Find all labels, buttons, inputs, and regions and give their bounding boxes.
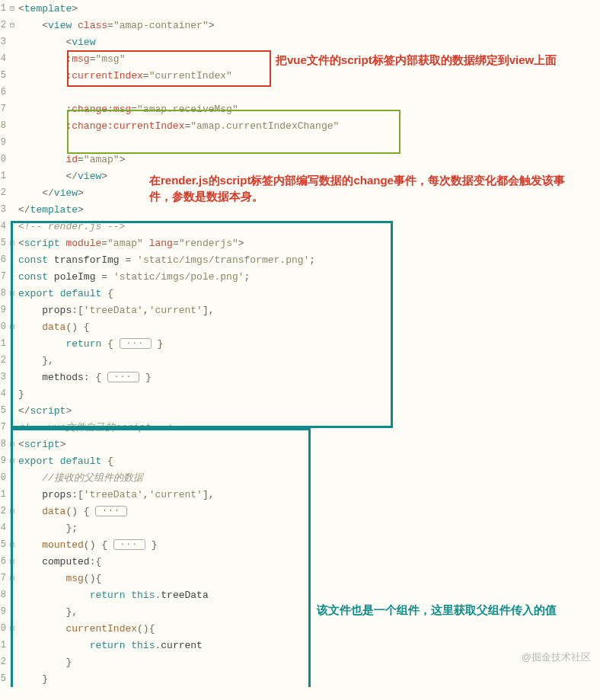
line-number: 8 <box>0 439 8 449</box>
code-content: :change:currentIndex="amap.currentIndexC… <box>17 120 339 132</box>
code-content: <script module="amap" lang="renderjs"> <box>17 238 244 249</box>
fold-icon[interactable]: ⊟ <box>8 439 17 449</box>
code-content: msg(){ <box>17 573 101 584</box>
line-number: 0 <box>0 321 8 332</box>
code-content: } <box>17 673 48 685</box>
line-number: 7 <box>0 422 8 433</box>
code-content: <view class="amap-container"> <box>17 20 215 31</box>
code-line: 0⊟ currentIndex(){ <box>0 620 600 637</box>
line-number: 2 <box>0 506 8 516</box>
fold-icon[interactable]: ⊟ <box>8 507 17 516</box>
code-content: <!-- vue文件自己的script --> <box>17 420 174 434</box>
code-content: const transforImg = 'static/imgs/transfo… <box>17 254 315 266</box>
line-number: 9 <box>0 137 8 148</box>
code-line: 5⊟ mounted() { ··· } <box>0 536 600 553</box>
fold-icon[interactable]: ⊟ <box>8 456 17 465</box>
code-content: data() { ··· <box>17 506 127 517</box>
code-content: :currentIndex="currentIndex" <box>17 70 232 82</box>
line-number: 5 <box>0 70 8 81</box>
code-line: 6⊟ computed:{ <box>0 553 600 570</box>
code-content: :change:msg="amap.receiveMsg" <box>17 104 238 115</box>
line-number: 3 <box>0 372 8 382</box>
code-content: //接收的父组件的数据 <box>17 471 143 484</box>
code-content: export default { <box>17 455 113 467</box>
code-line: 4<!-- render.js --> <box>0 218 600 235</box>
code-editor: 1⊟<template>2⊟ <view class="amap-contain… <box>0 0 600 687</box>
code-line: 5⊟<script module="amap" lang="renderjs"> <box>0 235 600 251</box>
line-number: 5 <box>0 405 8 416</box>
code-content: }; <box>17 523 78 534</box>
line-number: 6 <box>0 87 8 97</box>
line-number: 4 <box>0 388 8 399</box>
code-line: 3</template> <box>0 201 600 218</box>
code-content: export default { <box>17 288 113 299</box>
code-line: 7<!-- vue文件自己的script --> <box>0 419 600 436</box>
code-line: 2⊟ <view class="amap-container"> <box>0 17 600 34</box>
line-number: 2 <box>0 355 8 366</box>
code-content: <view <box>17 37 95 48</box>
code-content: props:['treeData','current'], <box>17 489 215 500</box>
code-line: 2 } <box>0 654 600 670</box>
line-number: 9 <box>0 305 8 315</box>
code-content: id="amap"> <box>17 154 125 165</box>
line-number: 5 <box>0 238 8 248</box>
line-number: 7 <box>0 271 8 282</box>
line-number: 1 <box>0 338 8 349</box>
code-content: <template> <box>17 3 78 14</box>
fold-icon[interactable]: ⊟ <box>8 557 17 566</box>
code-line: 4} <box>0 385 600 402</box>
code-content: data() { <box>17 321 90 333</box>
line-number: 8 <box>0 288 8 299</box>
code-content: computed:{ <box>17 556 101 567</box>
code-content: const poleImg = 'static/imgs/pole.png'; <box>17 271 250 283</box>
line-number: 1 <box>0 171 8 181</box>
code-line: 5</script> <box>0 402 600 419</box>
code-line: 2 }, <box>0 352 600 369</box>
fold-icon[interactable]: ⊟ <box>8 289 17 298</box>
fold-icon[interactable]: ⊟ <box>8 21 17 30</box>
fold-icon[interactable]: ⊟ <box>8 540 17 549</box>
line-number: 5 <box>0 673 8 684</box>
code-content: currentIndex(){ <box>17 623 155 634</box>
line-number: 0 <box>0 154 8 165</box>
code-content: return this.treeData <box>17 590 209 601</box>
watermark: @掘金技术社区 <box>522 650 591 664</box>
code-content: props:['treeData','current'], <box>17 305 215 316</box>
code-line: 9 <box>0 134 600 151</box>
code-line: 4 }; <box>0 519 600 536</box>
fold-icon[interactable]: ⊟ <box>8 4 17 13</box>
code-line: 2 </view> <box>0 184 600 201</box>
code-content: </template> <box>17 204 84 216</box>
line-number: 7 <box>0 104 8 114</box>
line-number: 0 <box>0 472 8 483</box>
fold-icon[interactable]: ⊟ <box>8 322 17 331</box>
code-content: </view> <box>17 171 107 182</box>
code-line: 9⊟export default { <box>0 452 600 469</box>
fold-icon[interactable]: ⊟ <box>8 624 17 633</box>
code-line: 3 methods: { ··· } <box>0 369 600 385</box>
line-number: 7 <box>0 573 8 583</box>
code-content: methods: { ··· } <box>17 372 152 383</box>
code-line: 0⊟ data() { <box>0 318 600 335</box>
code-line: 1 </view> <box>0 168 600 184</box>
code-content: }, <box>17 355 54 366</box>
code-line: 8 return this.treeData <box>0 587 600 603</box>
code-line: 3 <view <box>0 34 600 50</box>
line-number: 1 <box>0 640 8 650</box>
line-number: 4 <box>0 221 8 232</box>
code-line: 0 id="amap"> <box>0 151 600 168</box>
line-number: 8 <box>0 120 8 131</box>
line-number: 6 <box>0 556 8 567</box>
line-number: 9 <box>0 455 8 466</box>
code-line: 9 }, <box>0 603 600 620</box>
line-number: 4 <box>0 53 8 64</box>
code-line: 7const poleImg = 'static/imgs/pole.png'; <box>0 268 600 285</box>
fold-icon[interactable]: ⊟ <box>8 574 17 583</box>
fold-icon[interactable]: ⊟ <box>8 238 17 248</box>
code-content: <script> <box>17 439 65 450</box>
code-content: return this.current <box>17 640 203 651</box>
code-content: } <box>17 388 24 400</box>
line-number: 5 <box>0 539 8 550</box>
code-line: 2⊟ data() { ··· <box>0 503 600 519</box>
code-content: <!-- render.js --> <box>17 221 125 232</box>
